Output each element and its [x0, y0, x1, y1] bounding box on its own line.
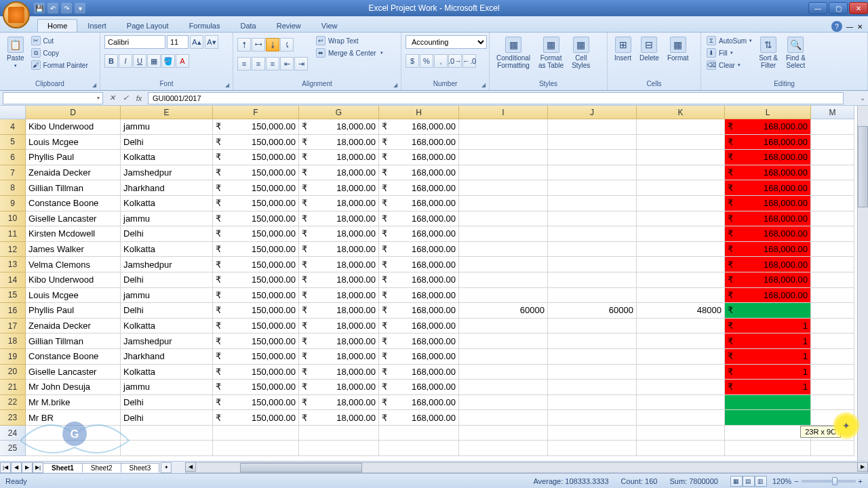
- cell[interactable]: ₹150,000.00: [213, 226, 299, 242]
- close-workbook-icon[interactable]: ✕: [857, 23, 863, 30]
- cell[interactable]: ₹18,000.00: [299, 211, 379, 227]
- cancel-icon[interactable]: ✕: [106, 92, 118, 104]
- cell[interactable]: [637, 257, 725, 272]
- align-bottom-button[interactable]: ⭳: [266, 38, 279, 52]
- cell[interactable]: [637, 365, 725, 380]
- cell[interactable]: ₹1: [725, 349, 811, 365]
- cell[interactable]: Velma Clemons: [26, 257, 121, 272]
- cell[interactable]: ₹168,000.00: [379, 165, 459, 181]
- cell[interactable]: [548, 349, 637, 365]
- column-header-F[interactable]: F: [213, 106, 299, 119]
- column-header-J[interactable]: J: [548, 106, 637, 119]
- row-header[interactable]: 20: [0, 365, 26, 380]
- tab-page-layout[interactable]: Page Layout: [117, 19, 179, 32]
- cell[interactable]: Gillian Tillman: [26, 333, 121, 349]
- cell[interactable]: ₹168,000.00: [379, 196, 459, 211]
- increase-decimal-button[interactable]: .0→: [448, 54, 462, 68]
- cell[interactable]: [459, 242, 548, 258]
- cell[interactable]: ₹168,000.00: [379, 242, 459, 258]
- cell[interactable]: [637, 242, 725, 258]
- cell[interactable]: [459, 180, 548, 196]
- cell[interactable]: Delhi: [121, 135, 213, 150]
- cell[interactable]: Kolkatta: [121, 150, 213, 165]
- cell[interactable]: [548, 410, 637, 426]
- dialog-launcher-icon[interactable]: ◢: [391, 81, 399, 89]
- cell[interactable]: Jamshedpur: [121, 333, 213, 349]
- merge-center-button[interactable]: ⬌Merge & Center▾: [315, 47, 384, 58]
- dialog-launcher-icon[interactable]: ◢: [223, 81, 231, 89]
- cell[interactable]: Kolkatta: [121, 365, 213, 380]
- cell[interactable]: [725, 426, 811, 441]
- accounting-format-button[interactable]: $: [406, 54, 419, 68]
- cell[interactable]: [811, 150, 854, 165]
- cell[interactable]: [637, 211, 725, 227]
- cell[interactable]: ₹150,000.00: [213, 319, 299, 334]
- cell[interactable]: ₹168,000.00: [725, 150, 811, 165]
- cell[interactable]: Delhi: [121, 410, 213, 426]
- format-as-table-button[interactable]: ▦Format as Table: [536, 35, 566, 70]
- cell[interactable]: ₹150,000.00: [213, 365, 299, 380]
- cell[interactable]: ₹18,000.00: [299, 196, 379, 211]
- cell[interactable]: [811, 119, 854, 135]
- cell[interactable]: ₹168,000.00: [725, 272, 811, 288]
- cell[interactable]: [637, 150, 725, 165]
- cell[interactable]: ₹168,000.00: [379, 365, 459, 380]
- cell[interactable]: [548, 288, 637, 304]
- cell[interactable]: ₹168,000.00: [379, 257, 459, 272]
- dialog-launcher-icon[interactable]: ◢: [479, 81, 488, 89]
- cell[interactable]: ₹150,000.00: [213, 135, 299, 150]
- vertical-scrollbar[interactable]: [857, 106, 868, 461]
- save-icon[interactable]: 💾: [34, 3, 45, 14]
- delete-cells-button[interactable]: ⊟Delete: [637, 35, 662, 63]
- enter-icon[interactable]: ✓: [119, 92, 132, 104]
- orientation-button[interactable]: ⤹: [280, 38, 294, 52]
- cell[interactable]: [811, 211, 854, 227]
- cell[interactable]: [459, 426, 548, 441]
- cell[interactable]: ₹150,000.00: [213, 257, 299, 272]
- fx-icon[interactable]: fx: [133, 92, 145, 104]
- cell[interactable]: Jamshedpur: [121, 165, 213, 181]
- cell[interactable]: [637, 272, 725, 288]
- cell[interactable]: Kibo Underwood: [26, 119, 121, 135]
- cell[interactable]: [811, 288, 854, 304]
- align-center-button[interactable]: ≡: [252, 57, 265, 70]
- row-header[interactable]: 12: [0, 242, 26, 258]
- cell[interactable]: Mr John Desuja: [26, 380, 121, 395]
- cell[interactable]: [811, 441, 854, 456]
- cell[interactable]: Delhi: [121, 226, 213, 242]
- row-header[interactable]: 22: [0, 395, 26, 411]
- cell[interactable]: ₹168,000.00: [379, 180, 459, 196]
- cell[interactable]: [459, 226, 548, 242]
- row-header[interactable]: 11: [0, 226, 26, 242]
- minimize-button[interactable]: —: [808, 2, 827, 14]
- cell[interactable]: ₹150,000.00: [213, 242, 299, 258]
- formula-bar[interactable]: GUI0001/2017: [148, 92, 844, 104]
- cell[interactable]: [811, 165, 854, 181]
- cell[interactable]: ₹168,000.00: [379, 119, 459, 135]
- align-left-button[interactable]: ≡: [237, 57, 251, 70]
- cell[interactable]: Kolkatta: [121, 242, 213, 258]
- cell[interactable]: ₹150,000.00: [213, 211, 299, 227]
- tab-review[interactable]: Review: [267, 19, 311, 32]
- cell[interactable]: [811, 226, 854, 242]
- comma-button[interactable]: ,: [434, 54, 448, 68]
- tab-view[interactable]: View: [311, 19, 348, 32]
- grow-font-button[interactable]: A▴: [190, 35, 203, 49]
- cell[interactable]: ₹168,000.00: [379, 303, 459, 319]
- cell[interactable]: ₹168,000.00: [379, 226, 459, 242]
- cell[interactable]: [548, 150, 637, 165]
- cell[interactable]: ₹168,000.00: [725, 180, 811, 196]
- cell[interactable]: Kirsten Mcdowell: [26, 226, 121, 242]
- cell[interactable]: [548, 165, 637, 181]
- cell[interactable]: [811, 257, 854, 272]
- cell[interactable]: Jharkhand: [121, 180, 213, 196]
- cell[interactable]: [459, 319, 548, 334]
- row-header[interactable]: 4: [0, 119, 26, 135]
- cell[interactable]: Delhi: [121, 303, 213, 319]
- cell[interactable]: [548, 365, 637, 380]
- cell[interactable]: ₹: [725, 303, 811, 319]
- row-header[interactable]: 7: [0, 165, 26, 181]
- cell[interactable]: ₹18,000.00: [299, 257, 379, 272]
- cell[interactable]: Louis Mcgee: [26, 135, 121, 150]
- cell[interactable]: jammu: [121, 380, 213, 395]
